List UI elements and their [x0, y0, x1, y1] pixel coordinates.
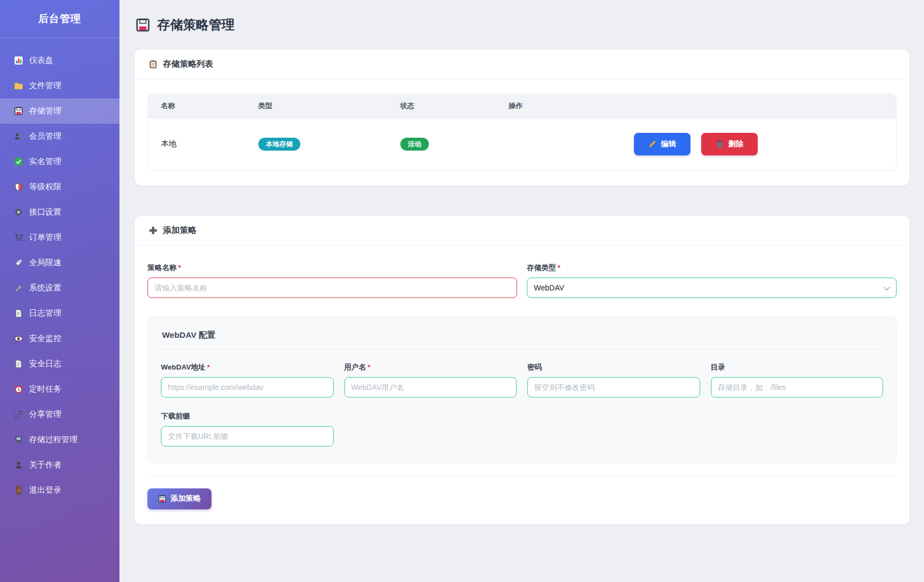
required-asterisk: * — [368, 363, 370, 371]
table-header-status: 状态 — [387, 94, 496, 118]
sidebar-item-label: 关于作者 — [29, 460, 61, 470]
sidebar-item-label: 文件管理 — [29, 81, 61, 91]
sidebar-item-level-permissions[interactable]: 等级权限 — [0, 174, 119, 200]
sidebar-item-security-log[interactable]: 安全日志 — [0, 351, 119, 377]
sidebar-nav: 仪表盘 文件管理 存储管理 会员管理 实名管理 等级权限 接口设置 — [0, 38, 119, 503]
alarm-clock-icon — [14, 385, 23, 394]
sidebar-item-label: 等级权限 — [29, 182, 61, 192]
sidebar-item-stored-procedure-management[interactable]: 存储过程管理 — [0, 427, 119, 452]
form-divider — [147, 476, 897, 477]
webdav-address-input[interactable] — [161, 377, 334, 398]
webdav-username-label: 用户名* — [344, 363, 517, 372]
policy-name-cell: 本地 — [148, 118, 245, 170]
required-asterisk: * — [178, 264, 181, 272]
add-policy-submit-button[interactable]: 添加策略 — [147, 488, 211, 509]
policy-name-field: 策略名称* — [147, 263, 517, 298]
webdav-username-field: 用户名* — [344, 363, 517, 398]
add-policy-card: 添加策略 策略名称* 存储类型* WebDAV — [135, 216, 909, 524]
eye-icon — [14, 334, 23, 343]
sidebar-item-label: 实名管理 — [29, 157, 61, 167]
memo-icon — [14, 309, 23, 318]
sidebar-item-about-author[interactable]: 关于作者 — [0, 452, 119, 478]
shield-icon — [14, 182, 23, 191]
policy-list-body: 名称 类型 状态 操作 本地 本地存储 — [135, 80, 909, 186]
sidebar: 后台管理 仪表盘 文件管理 存储管理 会员管理 实名管理 等级权限 — [0, 0, 119, 582]
sidebar-item-scheduled-tasks[interactable]: 定时任务 — [0, 377, 119, 402]
webdav-username-input[interactable] — [344, 377, 517, 398]
webdav-password-input[interactable] — [527, 377, 700, 398]
download-prefix-input[interactable] — [161, 426, 334, 446]
door-icon — [14, 486, 23, 495]
webdav-password-field: 密码 — [527, 363, 700, 398]
users-icon — [14, 132, 23, 141]
sidebar-item-label: 存储过程管理 — [29, 435, 77, 445]
sidebar-item-system-settings[interactable]: 系统设置 — [0, 275, 119, 301]
sidebar-item-label: 会员管理 — [29, 131, 61, 141]
clipboard-icon — [149, 60, 158, 69]
sidebar-item-member-management[interactable]: 会员管理 — [0, 124, 119, 149]
sidebar-item-label: 存储管理 — [29, 106, 61, 116]
sidebar-item-realname-management[interactable]: 实名管理 — [0, 149, 119, 174]
required-asterisk: * — [558, 264, 560, 272]
sidebar-item-label: 日志管理 — [29, 308, 61, 318]
add-policy-card-header: 添加策略 — [135, 216, 909, 246]
sidebar-item-label: 分享管理 — [29, 409, 61, 420]
required-asterisk: * — [207, 363, 210, 371]
sidebar-item-logout[interactable]: 退出登录 — [0, 478, 119, 503]
sidebar-item-label: 退出登录 — [29, 485, 61, 495]
shopping-cart-icon — [14, 233, 23, 242]
sidebar-item-label: 接口设置 — [29, 207, 61, 217]
sidebar-item-order-management[interactable]: 订单管理 — [0, 225, 119, 250]
folder-icon — [14, 81, 23, 90]
webdav-directory-field: 目录 — [711, 363, 884, 398]
policy-type-cell: 本地存储 — [245, 118, 387, 170]
edit-button[interactable]: 编辑 — [634, 133, 690, 155]
floppy-disk-icon — [158, 495, 166, 503]
floppy-disk-icon — [136, 18, 150, 32]
storage-type-field: 存储类型* WebDAV — [527, 263, 897, 298]
submit-button-label: 添加策略 — [171, 494, 201, 503]
storage-type-select[interactable]: WebDAV — [527, 278, 897, 298]
floppy-disk-icon — [14, 107, 23, 116]
webdav-directory-input[interactable] — [711, 377, 884, 398]
table-header-actions: 操作 — [496, 94, 896, 118]
edit-button-label: 编辑 — [661, 139, 676, 149]
sidebar-item-label: 订单管理 — [29, 232, 61, 243]
sidebar-item-file-management[interactable]: 文件管理 — [0, 73, 119, 98]
wrench-icon — [14, 283, 23, 293]
table-header-type: 类型 — [245, 94, 387, 118]
webdav-config-title: WebDAV 配置 — [161, 330, 883, 341]
policy-list-title: 存储策略列表 — [163, 59, 213, 70]
table-row: 本地 本地存储 活动 编辑 — [148, 118, 896, 170]
delete-button[interactable]: 删除 — [701, 133, 758, 155]
policy-name-label: 策略名称* — [147, 263, 517, 273]
sidebar-item-api-settings[interactable]: 接口设置 — [0, 200, 119, 225]
laptop-icon — [14, 435, 23, 444]
plus-icon — [149, 226, 158, 235]
sidebar-item-label: 定时任务 — [29, 384, 61, 394]
sidebar-item-storage-management[interactable]: 存储管理 — [0, 98, 119, 124]
table-header-row: 名称 类型 状态 操作 — [148, 94, 896, 118]
rocket-icon — [14, 258, 23, 267]
main-content: 存储策略管理 存储策略列表 名称 类型 状态 操作 — [119, 0, 924, 582]
webdav-directory-label: 目录 — [711, 363, 884, 372]
policy-list-card-header: 存储策略列表 — [135, 49, 909, 80]
policy-name-input[interactable] — [147, 278, 517, 298]
trash-icon — [716, 140, 724, 148]
status-badge: 活动 — [400, 138, 429, 151]
sidebar-item-label: 系统设置 — [29, 283, 61, 293]
page-title-text: 存储策略管理 — [157, 16, 235, 33]
sidebar-item-global-speed-limit[interactable]: 全局限速 — [0, 250, 119, 275]
sidebar-item-security-monitor[interactable]: 安全监控 — [0, 326, 119, 351]
sidebar-item-share-management[interactable]: 分享管理 — [0, 402, 119, 427]
webdav-address-label: WebDAV地址* — [161, 363, 334, 372]
sidebar-item-dashboard[interactable]: 仪表盘 — [0, 48, 119, 73]
memo-icon — [14, 359, 23, 368]
webdav-password-label: 密码 — [527, 363, 700, 372]
person-icon — [14, 460, 23, 470]
sidebar-item-log-management[interactable]: 日志管理 — [0, 301, 119, 326]
sidebar-item-label: 全局限速 — [29, 258, 61, 268]
webdav-address-field: WebDAV地址* — [161, 363, 334, 398]
panel-divider — [161, 349, 883, 350]
policy-status-cell: 活动 — [387, 118, 496, 170]
